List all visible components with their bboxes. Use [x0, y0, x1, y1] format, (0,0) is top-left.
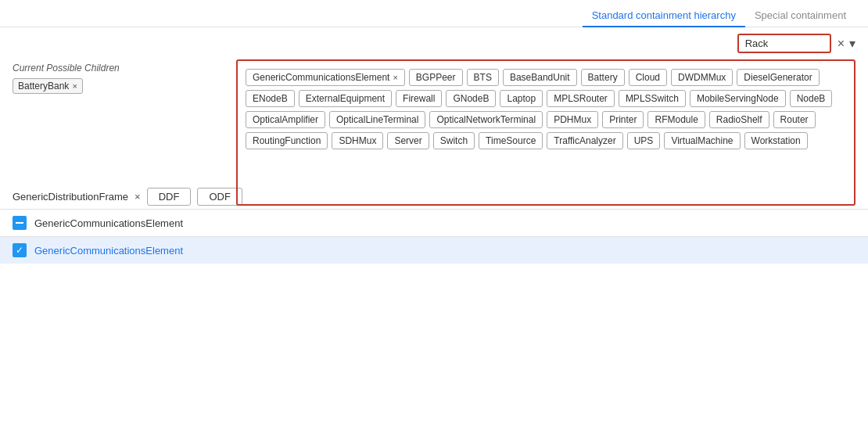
list-item[interactable]: Server — [387, 132, 429, 149]
tab-bar: Standard containment hierarchy Special c… — [0, 0, 868, 27]
bottom-text-2: GenericCommunicationsElement — [34, 245, 183, 257]
list-item[interactable]: GNodeB — [446, 90, 496, 107]
list-item[interactable]: Router — [773, 111, 816, 128]
battery-bank-label: BatteryBank — [18, 81, 69, 92]
list-item[interactable]: ExternalEquipment — [299, 90, 392, 107]
list-item[interactable]: RoutingFunction — [246, 132, 328, 149]
tab-standard[interactable]: Standard containment hierarchy — [583, 5, 745, 27]
distribution-remove-btn[interactable]: × — [135, 191, 141, 203]
list-item[interactable]: TimeSource — [479, 132, 543, 149]
check-icon — [13, 243, 27, 257]
tab-special[interactable]: Special containment — [745, 5, 855, 27]
list-item[interactable]: MobileServingNode — [690, 90, 786, 107]
battery-bank-chip[interactable]: BatteryBank × — [13, 78, 83, 94]
list-item[interactable]: MPLSSwitch — [619, 90, 686, 107]
tags-area: GenericCommunicationsElement × BGPPeerBT… — [246, 69, 846, 149]
list-item[interactable]: ENodeB — [246, 90, 295, 107]
rack-actions: × ▾ — [838, 38, 855, 50]
rack-input[interactable]: Rack — [737, 34, 831, 53]
rack-close-button[interactable]: × — [838, 38, 845, 50]
list-item[interactable]: BGPPeer — [409, 69, 463, 86]
left-panel: Current Possible Children BatteryBank × … — [13, 59, 224, 206]
list-item[interactable]: Cloud — [629, 69, 667, 86]
list-item[interactable]: Switch — [433, 132, 475, 149]
list-item[interactable]: OpticalLineTerminal — [329, 111, 425, 128]
bottom-row-2: GenericCommunicationsElement — [0, 237, 868, 264]
battery-bank-remove[interactable]: × — [72, 81, 77, 91]
list-item[interactable]: Battery — [581, 69, 625, 86]
distribution-label: GenericDistributionFrame — [13, 191, 128, 203]
list-item[interactable]: OpticalNetworkTerminal — [429, 111, 543, 128]
bottom-row-1: GenericCommunicationsElement — [0, 210, 868, 237]
list-item[interactable]: RFModule — [647, 111, 705, 128]
list-item[interactable]: RadioShelf — [709, 111, 769, 128]
list-item[interactable]: Laptop — [500, 90, 543, 107]
right-panel: GenericCommunicationsElement × BGPPeerBT… — [236, 59, 855, 206]
list-item[interactable]: TrafficAnalyzer — [547, 132, 622, 149]
list-item[interactable]: VirtualMachine — [664, 132, 740, 149]
main-content: Current Possible Children BatteryBank × … — [0, 59, 868, 206]
bottom-section: GenericCommunicationsElement GenericComm… — [0, 209, 868, 264]
list-item[interactable]: OpticalAmplifier — [246, 111, 325, 128]
list-item[interactable]: Workstation — [744, 132, 808, 149]
list-item[interactable]: DieselGenerator — [737, 69, 819, 86]
list-item[interactable]: MPLSRouter — [547, 90, 615, 107]
list-item[interactable]: NodeB — [790, 90, 833, 107]
minus-icon — [13, 216, 27, 230]
list-item[interactable]: PDHMux — [547, 111, 598, 128]
list-item[interactable]: BaseBandUnit — [503, 69, 577, 86]
generic-comm-remove[interactable]: × — [393, 73, 397, 82]
list-item[interactable]: SDHMux — [332, 132, 383, 149]
generic-comm-chip[interactable]: GenericCommunicationsElement × — [246, 69, 405, 86]
list-item[interactable]: BTS — [467, 69, 499, 86]
list-item[interactable]: Firewall — [396, 90, 442, 107]
generic-comm-label: GenericCommunicationsElement — [253, 72, 389, 83]
rack-chevron-button[interactable]: ▾ — [849, 38, 855, 50]
list-item[interactable]: UPS — [627, 132, 661, 149]
bottom-text-1: GenericCommunicationsElement — [34, 217, 183, 229]
section-label: Current Possible Children — [13, 63, 224, 74]
distribution-row: GenericDistributionFrame × DDF ODF — [13, 188, 224, 206]
list-item[interactable]: Printer — [602, 111, 644, 128]
rack-row: Rack × ▾ — [0, 27, 868, 59]
list-item[interactable]: DWDMMux — [671, 69, 733, 86]
ddf-button[interactable]: DDF — [147, 188, 192, 206]
